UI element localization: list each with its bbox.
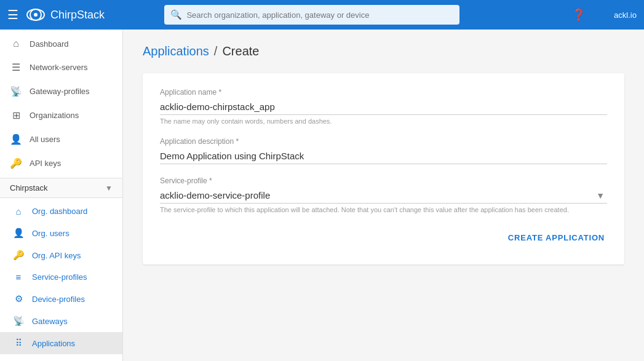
create-application-form: Application name * The name may only con… bbox=[143, 73, 624, 264]
search-bar: 🔍 bbox=[164, 5, 459, 25]
logo-icon bbox=[26, 5, 46, 25]
create-application-button[interactable]: CREATE APPLICATION bbox=[506, 228, 607, 247]
search-input[interactable] bbox=[164, 5, 459, 25]
topbar: ☰ ChirpStack 🔍 ❓ 👤 ackl.io bbox=[0, 0, 644, 30]
sidebar-item-applications[interactable]: ⠿ Applications bbox=[0, 332, 122, 354]
sidebar-item-api-keys[interactable]: 🔑 API keys bbox=[0, 151, 122, 175]
list-icon: ☰ bbox=[10, 61, 22, 73]
sidebar-item-service-profiles[interactable]: ≡ Service-profiles bbox=[0, 266, 122, 288]
topbar-right: ❓ 👤 ackl.io bbox=[572, 8, 637, 22]
sidebar-item-dashboard[interactable]: ⌂ Dashboard bbox=[0, 32, 122, 55]
sidebar-item-label: Organizations bbox=[30, 111, 79, 120]
app-desc-input[interactable] bbox=[160, 148, 607, 164]
home-icon: ⌂ bbox=[10, 38, 22, 49]
service-profile-select-wrapper: acklio-demo-service-profile ▼ bbox=[160, 188, 607, 204]
service-profile-hint: The service-profile to which this applic… bbox=[160, 206, 607, 213]
sidebar-item-label: Dashboard bbox=[30, 39, 69, 49]
sidebar-item-org-api-keys[interactable]: 🔑 Org. API keys bbox=[0, 244, 122, 266]
breadcrumb: Applications / Create bbox=[143, 44, 624, 58]
sidebar-item-org-dashboard[interactable]: ⌂ Org. dashboard bbox=[0, 200, 122, 222]
sidebar-item-device-profiles[interactable]: ⚙ Device-profiles bbox=[0, 288, 122, 310]
avatar-icon[interactable]: 👤 bbox=[593, 8, 606, 22]
service-icon: ≡ bbox=[12, 272, 25, 282]
service-profile-select[interactable]: acklio-demo-service-profile bbox=[160, 188, 607, 204]
sidebar-item-label: Org. users bbox=[32, 229, 70, 238]
breadcrumb-current: Create bbox=[222, 44, 259, 58]
key-icon: 🔑 bbox=[12, 250, 25, 261]
search-icon: 🔍 bbox=[170, 9, 182, 20]
gateway-icon: 📡 bbox=[12, 315, 25, 327]
key-icon: 🔑 bbox=[10, 157, 22, 169]
org-selector-label: Chirpstack bbox=[10, 183, 47, 192]
app-name-hint: The name may only contain words, numbers… bbox=[160, 117, 607, 125]
sidebar-item-label: Org. dashboard bbox=[32, 207, 87, 216]
sidebar-item-label: Device-profiles bbox=[32, 295, 85, 304]
app-name-group: Application name * The name may only con… bbox=[160, 88, 607, 125]
sidebar-item-label: API keys bbox=[30, 159, 61, 168]
apps-icon: ⠿ bbox=[12, 338, 25, 349]
sidebar-item-label: All users bbox=[30, 135, 60, 144]
breadcrumb-link[interactable]: Applications bbox=[143, 44, 209, 58]
help-icon[interactable]: ❓ bbox=[572, 8, 586, 22]
person-icon: 👤 bbox=[10, 133, 22, 145]
logo: ChirpStack bbox=[26, 5, 105, 25]
home-icon: ⌂ bbox=[12, 206, 25, 216]
logo-text: ChirpStack bbox=[50, 9, 105, 22]
sidebar-item-label: Applications bbox=[32, 339, 75, 348]
sidebar-item-all-users[interactable]: 👤 All users bbox=[0, 127, 122, 151]
app-name-input[interactable] bbox=[160, 99, 607, 115]
sidebar-item-label: Service-profiles bbox=[32, 272, 87, 282]
breadcrumb-separator: / bbox=[214, 44, 218, 58]
app-desc-label: Application description * bbox=[160, 137, 607, 146]
menu-icon[interactable]: ☰ bbox=[7, 7, 18, 22]
main-content: Applications / Create Application name *… bbox=[123, 30, 644, 361]
sidebar-top-section: ⌂ Dashboard ☰ Network-servers 📡 Gateway-… bbox=[0, 30, 122, 178]
service-profile-label: Service-profile * bbox=[160, 177, 607, 185]
form-footer: CREATE APPLICATION bbox=[160, 228, 607, 247]
username-label: ackl.io bbox=[614, 10, 637, 20]
sidebar: ⌂ Dashboard ☰ Network-servers 📡 Gateway-… bbox=[0, 30, 123, 361]
sidebar-item-gateway-profiles[interactable]: 📡 Gateway-profiles bbox=[0, 79, 122, 103]
app-desc-group: Application description * bbox=[160, 137, 607, 164]
sidebar-item-label: Network-servers bbox=[30, 63, 88, 72]
person-icon: 👤 bbox=[12, 228, 25, 239]
chevron-down-icon: ▼ bbox=[105, 184, 113, 192]
sidebar-item-label: Gateway-profiles bbox=[30, 87, 90, 96]
wifi-icon: 📡 bbox=[10, 85, 22, 97]
main-layout: ⌂ Dashboard ☰ Network-servers 📡 Gateway-… bbox=[0, 30, 644, 361]
service-profile-group: Service-profile * acklio-demo-service-pr… bbox=[160, 177, 607, 213]
svg-point-2 bbox=[34, 13, 38, 17]
sidebar-item-org-users[interactable]: 👤 Org. users bbox=[0, 222, 122, 244]
sidebar-item-label: Org. API keys bbox=[32, 251, 81, 260]
sidebar-item-label: Gateways bbox=[32, 317, 68, 326]
sidebar-item-organizations[interactable]: ⊞ Organizations bbox=[0, 103, 122, 127]
grid-icon: ⊞ bbox=[10, 109, 22, 121]
sidebar-item-gateways[interactable]: 📡 Gateways bbox=[0, 310, 122, 332]
sidebar-org-section: ⌂ Org. dashboard 👤 Org. users 🔑 Org. API… bbox=[0, 198, 122, 357]
org-selector[interactable]: Chirpstack ▼ bbox=[0, 178, 122, 198]
sidebar-item-network-servers[interactable]: ☰ Network-servers bbox=[0, 55, 122, 79]
device-icon: ⚙ bbox=[12, 293, 25, 304]
app-name-label: Application name * bbox=[160, 88, 607, 97]
